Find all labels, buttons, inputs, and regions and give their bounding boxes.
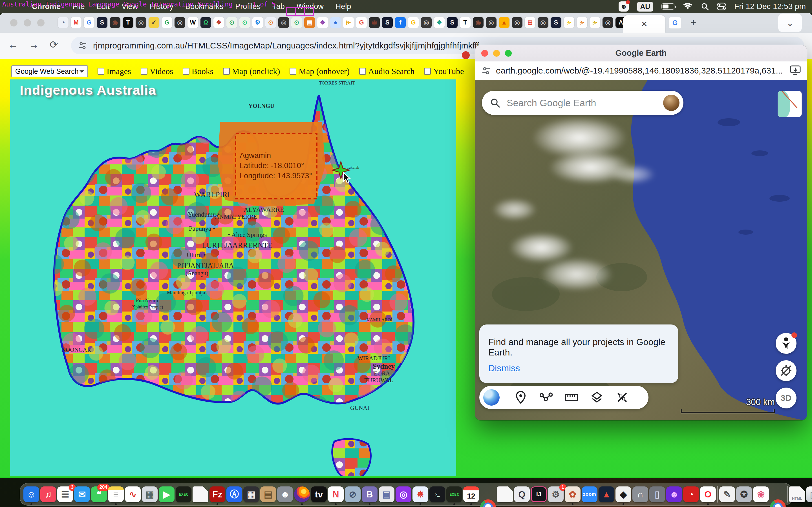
dock-terminal-exec[interactable]: EXEC: [175, 487, 192, 502]
dock-preview[interactable]: ▣: [378, 487, 395, 502]
tab-favicon[interactable]: G: [161, 17, 172, 28]
checkbox-box[interactable]: [141, 68, 147, 75]
measure-button[interactable]: [559, 393, 584, 402]
search-option-checkbox[interactable]: Map (onclick): [223, 66, 280, 76]
battery-icon[interactable]: [661, 3, 674, 10]
tab-favicon[interactable]: S: [382, 17, 393, 28]
dock-contacts[interactable]: ▤: [260, 487, 276, 502]
dock-app-icon[interactable]: [787, 487, 788, 502]
dock-finder[interactable]: ☺: [23, 487, 39, 502]
tab-favicon[interactable]: ◉: [369, 17, 380, 28]
dock-white-blob[interactable]: ∩: [632, 487, 648, 502]
new-tab-button[interactable]: +: [687, 16, 700, 29]
earth-search-bar[interactable]: Search Google Earth: [482, 91, 683, 115]
dock-reminders[interactable]: ☰3: [57, 487, 73, 502]
tab-favicon[interactable]: ⌲: [343, 17, 354, 28]
dock-textedit[interactable]: [193, 487, 208, 502]
search-option-checkbox[interactable]: Books: [183, 66, 213, 76]
site-settings-icon[interactable]: [482, 66, 490, 75]
checkbox-box[interactable]: [183, 68, 190, 75]
pegman-button[interactable]: [776, 333, 797, 354]
tab-favicon[interactable]: ❖: [213, 17, 224, 28]
tab-favicon[interactable]: ⊙: [265, 17, 276, 28]
control-center-icon[interactable]: [717, 3, 726, 10]
earth-search-placeholder[interactable]: Search Google Earth: [507, 98, 663, 108]
dock-iphone-mirroring[interactable]: ▯: [649, 487, 665, 502]
search-type-select[interactable]: Google Web Search: [11, 65, 88, 77]
dismiss-button[interactable]: Dismiss: [488, 363, 520, 374]
add-placemark-button[interactable]: [508, 391, 534, 404]
tab-favicon[interactable]: ◎: [538, 17, 548, 28]
back-button[interactable]: ←: [8, 39, 18, 51]
minimize-window-button[interactable]: [493, 50, 500, 57]
tab-favicon[interactable]: ⚙: [252, 17, 263, 28]
input-source-badge[interactable]: AU: [637, 2, 653, 11]
dock-music[interactable]: ♫: [40, 487, 56, 502]
wifi-icon[interactable]: [683, 3, 693, 10]
tab-favicon[interactable]: ❖: [434, 17, 445, 28]
zoom-window-button[interactable]: [505, 50, 512, 57]
tab-favicon[interactable]: ◉: [473, 17, 484, 28]
account-avatar[interactable]: [663, 95, 679, 111]
earth-url-text[interactable]: earth.google.com/web/@-19.41990588,146.1…: [496, 66, 783, 75]
layers-button[interactable]: [584, 391, 610, 404]
reload-button[interactable]: ⟳: [50, 39, 58, 51]
dock-accessibility[interactable]: ✪: [736, 487, 752, 502]
my-location-button[interactable]: [776, 360, 797, 381]
dock-activity[interactable]: ∿: [125, 487, 141, 502]
checkbox-box[interactable]: [424, 68, 431, 75]
close-window-button[interactable]: [481, 50, 488, 57]
dock-zoom[interactable]: zoom: [581, 487, 598, 502]
dock-quicktime[interactable]: Q: [514, 487, 530, 502]
minimize-window-button[interactable]: [24, 19, 31, 26]
site-settings-icon[interactable]: [79, 41, 87, 50]
dock-prohibited[interactable]: ⊘: [345, 487, 361, 502]
tab-favicon[interactable]: ⊞: [525, 17, 536, 28]
tab-favicon[interactable]: ⊙: [239, 17, 250, 28]
toggle-3d-button[interactable]: 3D: [776, 388, 797, 408]
menu-extra-app-icon[interactable]: ☻: [619, 1, 629, 11]
tab-favicon[interactable]: ◎: [421, 17, 432, 28]
checkbox-box[interactable]: [290, 68, 296, 75]
earth-viewport[interactable]: Search Google Earth Find and manage all …: [475, 80, 807, 420]
tab-favicon[interactable]: T: [123, 17, 133, 28]
tab-favicon[interactable]: S: [551, 17, 561, 28]
dock-appstore[interactable]: Ⓐ: [226, 487, 242, 502]
checkbox-box[interactable]: [223, 68, 230, 75]
window-controls[interactable]: [10, 19, 45, 26]
dock-safari[interactable]: ✵: [412, 487, 428, 502]
dock-inkscape[interactable]: ◆: [615, 487, 631, 502]
menu-help[interactable]: Help: [329, 2, 357, 11]
dock-trash[interactable]: ▥: [806, 487, 812, 502]
dock-chrome[interactable]: [480, 499, 496, 507]
indigenous-australia-map[interactable]: Indigenous Australia TORRES STRAITYOLNGU…: [10, 79, 456, 476]
dock-purple-cat[interactable]: ☻: [666, 487, 682, 502]
dock-html-file[interactable]: HTML: [789, 487, 805, 502]
dock-settings[interactable]: ⚙1: [548, 487, 564, 502]
dock-launchpad[interactable]: ▦: [142, 487, 158, 502]
earth-window-controls[interactable]: [481, 50, 512, 57]
search-option-checkbox[interactable]: Videos: [141, 66, 173, 76]
install-app-icon[interactable]: [790, 65, 801, 75]
tab-favicon[interactable]: G: [408, 17, 419, 28]
dock-blank-doc[interactable]: [497, 487, 513, 502]
search-option-checkbox[interactable]: Map (onhover): [290, 66, 350, 76]
dock-podcasts[interactable]: ◎: [396, 487, 411, 502]
tab-favicon[interactable]: ⌲: [590, 17, 600, 28]
dock-terminal-2[interactable]: EXEC: [446, 487, 462, 502]
tab-favicon[interactable]: Ω: [200, 17, 211, 28]
earth-title-bar[interactable]: Google Earth: [475, 45, 807, 61]
dock-intellij[interactable]: IJ: [531, 487, 547, 502]
tab-favicon[interactable]: S: [447, 17, 458, 28]
tab-favicon[interactable]: ⊙: [291, 17, 302, 28]
tab-favicon[interactable]: G: [356, 17, 367, 28]
dock-paint[interactable]: ✿: [565, 487, 580, 502]
dock-apple-tv[interactable]: tv: [311, 487, 327, 502]
tab-favicon[interactable]: ◔: [58, 17, 68, 28]
tab-favicon[interactable]: G: [84, 17, 94, 28]
dock-facetime[interactable]: ▶: [159, 487, 174, 502]
menu-clock[interactable]: Fri 12 Dec 12:53 pm: [734, 2, 806, 11]
dock-chrome-device[interactable]: [770, 499, 786, 507]
tab-favicon[interactable]: ◎: [174, 17, 185, 28]
tab-favicon[interactable]: ◉: [110, 17, 120, 28]
